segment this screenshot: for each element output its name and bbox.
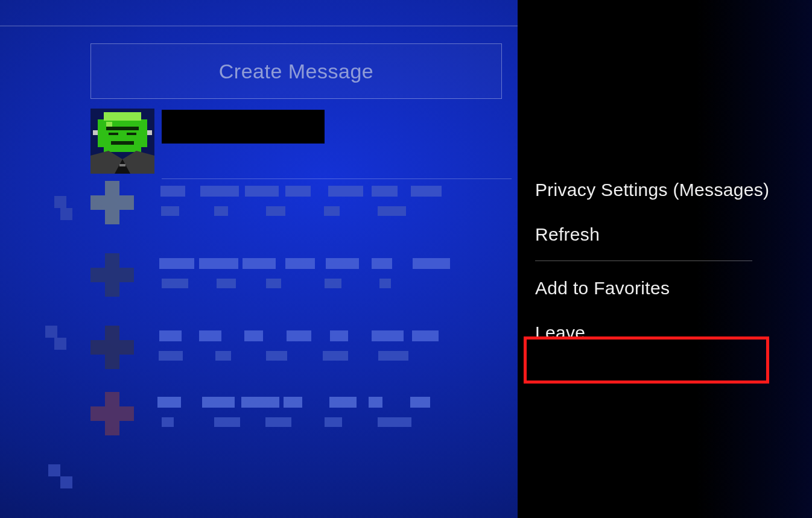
divider [162,178,512,179]
redacted-username [162,110,325,144]
svg-rect-14 [119,164,125,166]
create-message-button[interactable]: Create Message [90,43,502,99]
svg-rect-11 [147,130,152,135]
svg-rect-5 [106,122,112,127]
svg-rect-3 [139,119,147,147]
divider [535,261,752,261]
options-panel: Privacy Settings (Messages) Refresh Add … [518,0,812,518]
svg-rect-9 [111,141,134,145]
svg-rect-10 [93,130,98,135]
menu-item-label: Add to Favorites [535,278,670,298]
menu-item-label: Privacy Settings (Messages) [535,180,769,200]
menu-item-label: Refresh [535,224,600,244]
menu-item-leave[interactable]: Leave [519,311,812,355]
svg-rect-8 [127,133,136,135]
messages-list-panel: Create Message [0,0,518,518]
divider [0,25,518,27]
app-window: Create Message [0,0,812,518]
blurred-conversation-rows [18,181,513,507]
avatar [90,109,154,174]
svg-rect-6 [106,127,139,130]
menu-item-privacy-settings[interactable]: Privacy Settings (Messages) [519,168,812,212]
svg-rect-7 [109,133,118,135]
svg-rect-2 [98,119,106,147]
menu-item-label: Leave [535,323,585,343]
menu-item-refresh[interactable]: Refresh [519,212,812,257]
svg-rect-4 [104,112,141,121]
create-message-label: Create Message [219,60,373,83]
menu-item-add-to-favorites[interactable]: Add to Favorites [519,266,812,311]
